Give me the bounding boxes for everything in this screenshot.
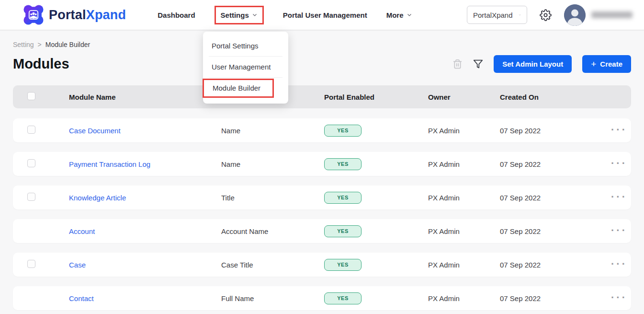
modules-table: Module Name Primary Name Portal Enabled … xyxy=(13,85,631,310)
table-header-row: Module Name Primary Name Portal Enabled … xyxy=(13,85,631,108)
primary-name-cell: Case Title xyxy=(221,261,324,269)
breadcrumb-setting[interactable]: Setting xyxy=(13,41,34,48)
nav-item-settings[interactable]: Settings xyxy=(215,6,264,24)
portal-enabled-badge: YES xyxy=(324,292,362,304)
plus-icon: + xyxy=(591,59,596,70)
main-content: Setting > Module Builder Modules Set Adm… xyxy=(0,41,644,310)
module-name-link[interactable]: Case xyxy=(69,261,86,269)
row-actions-menu-icon[interactable]: ··· xyxy=(611,291,627,303)
row-checkbox[interactable] xyxy=(27,193,35,201)
column-header-portal-enabled: Portal Enabled xyxy=(324,93,428,101)
breadcrumb-separator: > xyxy=(38,41,42,48)
row-actions-menu-icon[interactable]: ··· xyxy=(611,258,627,270)
row-actions-menu-icon[interactable]: ··· xyxy=(611,124,627,136)
row-actions-menu-icon[interactable]: ··· xyxy=(611,157,627,169)
portal-enabled-badge: YES xyxy=(324,225,362,237)
gear-icon[interactable] xyxy=(540,9,552,21)
navbar-right: PortalXpand xyxy=(467,4,633,26)
module-name-link[interactable]: Contact xyxy=(69,294,94,302)
table-row: Case Document Name YES PX Admin 07 Sep 2… xyxy=(13,118,631,142)
primary-name-cell: Name xyxy=(221,160,324,168)
created-on-cell: 07 Sep 2022 xyxy=(500,194,594,202)
user-profile[interactable] xyxy=(564,4,633,26)
module-name-link[interactable]: Knowledge Article xyxy=(69,194,126,202)
chevron-down-icon xyxy=(519,12,521,18)
set-admin-layout-button[interactable]: Set Admin Layout xyxy=(494,55,572,73)
owner-cell: PX Admin xyxy=(428,227,500,235)
menu-item-portal-settings[interactable]: Portal Settings xyxy=(203,35,288,56)
nav-item-more[interactable]: More xyxy=(386,11,412,19)
created-on-cell: 07 Sep 2022 xyxy=(500,160,594,168)
primary-name-cell: Full Name xyxy=(221,294,324,302)
portal-enabled-badge: YES xyxy=(324,192,362,204)
column-header-created-on: Created On xyxy=(500,93,594,101)
menu-item-user-management[interactable]: User Management xyxy=(203,57,288,77)
primary-name-cell: Title xyxy=(221,194,324,202)
breadcrumb-module-builder: Module Builder xyxy=(45,41,90,48)
created-on-cell: 07 Sep 2022 xyxy=(500,261,594,269)
column-header-module-name: Module Name xyxy=(69,93,221,101)
created-on-cell: 07 Sep 2022 xyxy=(500,227,594,235)
table-row: Case Case Title YES PX Admin 07 Sep 2022… xyxy=(13,253,631,277)
avatar xyxy=(564,4,586,26)
workspace-selector[interactable]: PortalXpand xyxy=(467,6,527,24)
created-on-cell: 07 Sep 2022 xyxy=(500,127,594,135)
owner-cell: PX Admin xyxy=(428,261,500,269)
table-row: Payment Transaction Log Name YES PX Admi… xyxy=(13,152,631,176)
brand-name: PortalXpand xyxy=(49,8,126,23)
row-checkbox[interactable] xyxy=(27,126,35,134)
module-name-link[interactable]: Payment Transaction Log xyxy=(69,160,150,168)
nav-item-dashboard[interactable]: Dashboard xyxy=(158,11,195,19)
filter-icon[interactable] xyxy=(473,59,483,69)
owner-cell: PX Admin xyxy=(428,127,500,135)
menu-item-module-builder[interactable]: Module Builder xyxy=(203,79,274,98)
row-checkbox[interactable] xyxy=(27,260,35,268)
owner-cell: PX Admin xyxy=(428,294,500,302)
primary-name-cell: Account Name xyxy=(221,227,324,235)
portal-enabled-badge: YES xyxy=(324,158,362,170)
column-header-owner: Owner xyxy=(428,93,500,101)
chevron-down-icon xyxy=(252,12,258,18)
module-name-link[interactable]: Account xyxy=(69,227,95,235)
top-navbar: PortalXpand Dashboard Settings Portal Us… xyxy=(0,0,644,30)
portal-enabled-badge: YES xyxy=(324,259,362,271)
portal-enabled-badge: YES xyxy=(324,125,362,137)
page-title: Modules xyxy=(13,56,69,72)
nav-links: Dashboard Settings Portal User Managemen… xyxy=(158,6,412,24)
row-actions-menu-icon[interactable]: ··· xyxy=(611,224,627,236)
breadcrumb: Setting > Module Builder xyxy=(13,41,631,48)
table-row: Knowledge Article Title YES PX Admin 07 … xyxy=(13,186,631,209)
brand-logo[interactable]: PortalXpand xyxy=(23,4,126,25)
row-actions-menu-icon[interactable]: ··· xyxy=(611,191,627,203)
nav-item-portal-user-management[interactable]: Portal User Management xyxy=(283,11,367,19)
module-name-link[interactable]: Case Document xyxy=(69,127,121,135)
chevron-down-icon xyxy=(407,12,412,18)
row-checkbox[interactable] xyxy=(27,159,35,167)
toolbar: Set Admin Layout + Create xyxy=(452,55,631,73)
owner-cell: PX Admin xyxy=(428,194,500,202)
menu-divider xyxy=(209,77,282,78)
table-row: Contact Full Name YES PX Admin 07 Sep 20… xyxy=(13,286,631,310)
table-row: Account Account Name YES PX Admin 07 Sep… xyxy=(13,219,631,243)
created-on-cell: 07 Sep 2022 xyxy=(500,294,594,302)
settings-dropdown-menu: Portal Settings User Management Module B… xyxy=(203,32,288,104)
create-button[interactable]: + Create xyxy=(582,55,631,73)
portalxpand-logo-icon xyxy=(23,4,44,25)
owner-cell: PX Admin xyxy=(428,160,500,168)
trash-icon[interactable] xyxy=(452,59,463,69)
blurred-username xyxy=(591,12,633,18)
select-all-checkbox[interactable] xyxy=(27,92,35,100)
primary-name-cell: Name xyxy=(221,127,324,135)
